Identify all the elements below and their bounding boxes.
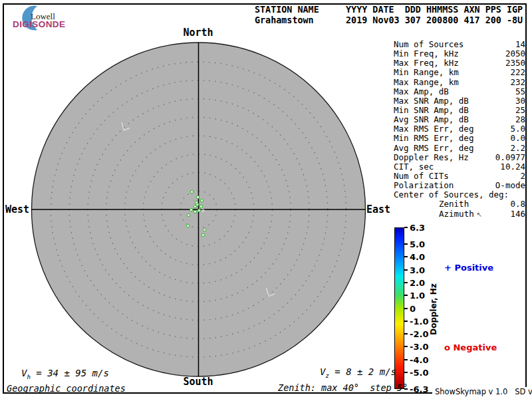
stat-row: Min Range, km222: [394, 68, 525, 77]
stat-value: 146: [510, 209, 525, 219]
stat-row: Avg RMS Err, deg2.2: [394, 144, 525, 153]
colorbar-tick-label: 1.0: [410, 291, 425, 301]
stat-row: Center of Sources, deg:: [394, 190, 525, 200]
colorbar-tick-mark: [404, 256, 408, 257]
stat-value: O-mode: [495, 181, 525, 190]
stat-value: 0.0977: [495, 153, 525, 162]
header-columns: STATION NAME YYYY DATE DDD HHMMSS AXN PP…: [255, 5, 523, 15]
stat-label: Avg RMS Err, deg: [394, 144, 473, 153]
doppler-colorbar: [394, 227, 404, 389]
stat-value: 232: [510, 78, 525, 87]
stat-value: 28: [515, 115, 525, 124]
source-dot: [200, 205, 203, 208]
zenith-range-note: Zenith: max 40° step 5°: [278, 382, 408, 393]
colorbar-tick-label: -3.0: [410, 342, 428, 352]
stat-label: Center of Sources, deg:: [394, 190, 509, 200]
source-dot: [194, 210, 197, 213]
stat-row: Min RMS Err, deg0.0: [394, 134, 525, 143]
stat-value: 2350: [505, 59, 525, 68]
stat-row: Max Freq, kHz2350: [394, 59, 525, 68]
colorbar-tick-label: 3.0: [410, 265, 425, 275]
stat-value: 14: [515, 40, 525, 49]
colorbar-tick-mark: [404, 308, 408, 309]
vertical-velocity: Vz = 8 ± 2 m/s: [320, 366, 396, 379]
stat-label: Zenith: [394, 200, 469, 209]
stat-label: Max SNR Amp, dB: [394, 96, 469, 106]
colorbar-tick-label: -6.3: [410, 384, 428, 394]
colorbar-tick-mark: [404, 243, 408, 245]
stat-value: 10.24: [500, 162, 525, 172]
stat-row: PolarizationO-mode: [394, 181, 525, 190]
stat-label: Max Amp, dB: [394, 87, 449, 96]
legend-negative: o Negative: [444, 342, 497, 352]
stat-label: Min Range, km: [394, 68, 459, 77]
colorbar-tick-label: -2.0: [410, 329, 428, 339]
source-dot: [190, 208, 193, 211]
stat-label: Min SNR Amp, dB: [394, 106, 469, 115]
stat-label: CIT, sec: [394, 162, 434, 172]
negative-symbol-icon: o: [444, 342, 450, 352]
azimuth-direction-icon: ↖: [477, 211, 482, 218]
stat-row: Doppler Res, Hz0.0977: [394, 153, 525, 162]
stat-value: 5.0: [510, 124, 525, 134]
stat-row: Max SNR Amp, dB30: [394, 96, 525, 106]
label-east: East: [366, 203, 390, 215]
station-header: STATION NAME YYYY DATE DDD HHMMSS AXN PP…: [255, 5, 523, 26]
source-dot: [187, 213, 190, 217]
source-dot: [203, 228, 206, 231]
stat-value: 2.2: [510, 144, 525, 153]
stat-label: Max Range, km: [394, 78, 459, 87]
colorbar-tick-label: -4.0: [410, 354, 428, 364]
colorbar-tick-label: -1.0: [410, 316, 428, 326]
positive-symbol-icon: +: [444, 263, 452, 273]
colorbar-tick-mark: [404, 282, 408, 283]
header-values: Grahamstown 2019 Nov03 307 200800 417 20…: [255, 15, 523, 25]
label-south: South: [183, 376, 213, 388]
colorbar-tick-label: -5.0: [410, 367, 428, 377]
stat-label: Avg SNR Amp, dB: [394, 115, 469, 124]
colorbar-title: Doppler, Hz: [429, 283, 438, 335]
stat-label: Min Freq, kHz: [394, 49, 459, 59]
colorbar-tick-mark: [404, 269, 408, 271]
colorbar-tick-mark: [404, 295, 408, 296]
source-dot: [200, 199, 203, 202]
colorbar-tick-mark: [404, 321, 408, 322]
colorbar-tick-label: 6.3: [410, 223, 425, 233]
stat-row: Max Amp, dB55: [394, 87, 525, 96]
stat-label: Doppler Res, Hz: [394, 153, 469, 162]
stat-label: Num of Sources: [394, 40, 464, 49]
stat-row: Azimuth↖146: [394, 209, 525, 219]
stat-value: 0.8: [510, 200, 525, 209]
logo-digisonde-text: DIGISONDE: [13, 19, 65, 29]
stat-label: Min RMS Err, deg: [394, 134, 473, 143]
stat-value: 30: [515, 96, 525, 106]
coordinates-note: Geographic coordinates: [7, 383, 126, 394]
stat-row: Max Range, km232: [394, 78, 525, 87]
stat-label: Azimuth↖: [394, 209, 482, 219]
stat-label: Max RMS Err, deg: [394, 124, 473, 134]
legend-positive: + Positive: [444, 263, 493, 273]
stat-row: Zenith0.8: [394, 200, 525, 209]
stat-value: 222: [510, 68, 525, 77]
colorbar-tick-label: 4.0: [410, 252, 425, 262]
colorbar-tick-label: 5.0: [410, 239, 425, 249]
stat-value: 55: [515, 87, 525, 96]
colorbar-tick-mark: [404, 372, 408, 373]
stat-label: Polarization: [394, 181, 454, 190]
stat-row: Num of Sources14: [394, 40, 525, 49]
stats-panel: Num of Sources14Min Freq, kHz2050Max Fre…: [394, 40, 525, 219]
colorbar-tick-mark: [404, 227, 408, 228]
source-dot: [198, 209, 201, 212]
stat-value: 2050: [505, 49, 525, 59]
colorbar-tick-mark: [404, 346, 408, 347]
stat-row: Min Freq, kHz2050: [394, 49, 525, 59]
stat-row: Max RMS Err, deg5.0: [394, 124, 525, 134]
stat-label: Max Freq, kHz: [394, 59, 459, 68]
colorbar-tick-mark: [404, 333, 408, 334]
colorbar-tick-label: 2.0: [410, 277, 425, 287]
source-dot: [186, 224, 190, 227]
stat-row: Min SNR Amp, dB25: [394, 106, 525, 115]
stat-value: 0.0: [510, 134, 525, 143]
source-dot: [196, 196, 200, 199]
stat-row: Num of CITs2: [394, 172, 525, 181]
